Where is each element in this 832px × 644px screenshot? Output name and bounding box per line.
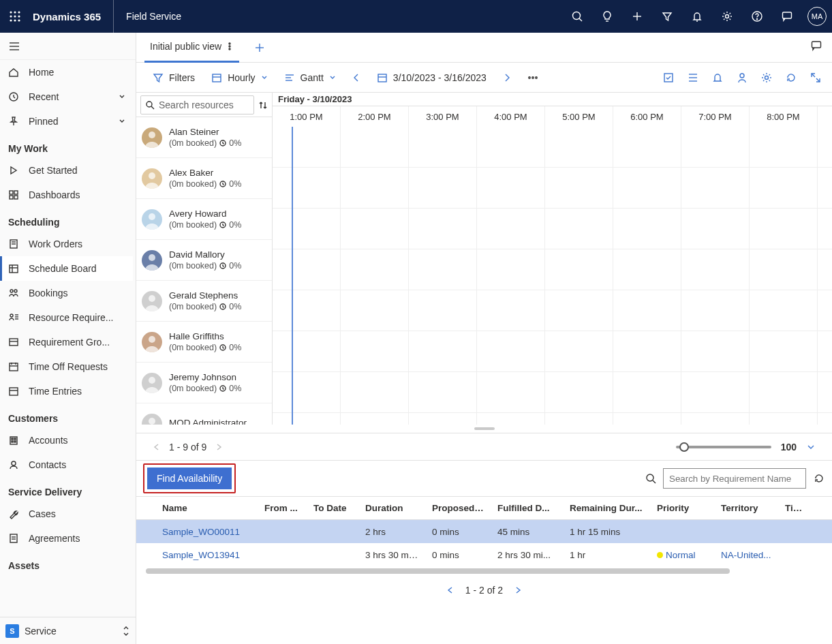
col-name[interactable]: Name xyxy=(155,503,258,513)
hour-col: 3:00 PM xyxy=(409,106,477,127)
hour-col: 5:00 PM xyxy=(545,106,613,127)
nav-accounts[interactable]: Accounts xyxy=(0,428,133,453)
search-icon[interactable] xyxy=(562,0,592,33)
svg-point-15 xyxy=(726,15,729,18)
toolbar-refresh-icon[interactable] xyxy=(784,71,798,85)
toolbar-gear-icon[interactable] xyxy=(760,71,773,85)
requirements-toolbar: Find Availability xyxy=(136,461,832,496)
zoom-slider[interactable] xyxy=(676,446,771,448)
nav-requirement-groups[interactable]: Requirement Gro... xyxy=(0,330,133,354)
resource-row[interactable]: Avery Howard (0m booked) 0% xyxy=(136,199,272,240)
bell-icon[interactable] xyxy=(682,0,712,33)
next-range-button[interactable] xyxy=(496,73,518,82)
resource-row[interactable]: Alan Steiner (0m booked) 0% xyxy=(136,117,272,158)
nav-get-started[interactable]: Get Started xyxy=(0,158,133,183)
requirement-search-input[interactable] xyxy=(663,468,806,489)
nav-bookings[interactable]: Bookings xyxy=(0,281,133,305)
help-icon[interactable] xyxy=(742,0,772,33)
toolbar-icon-2[interactable] xyxy=(686,71,700,85)
module-name[interactable]: Field Service xyxy=(114,11,194,22)
refresh-icon[interactable] xyxy=(813,472,825,485)
col-time[interactable]: Time... xyxy=(778,503,812,513)
col-proposed[interactable]: Proposed ... xyxy=(425,503,491,513)
table-row[interactable]: Sample_WO00011 2 hrs0 mins 45 mins1 hr 1… xyxy=(136,520,832,543)
resource-row[interactable]: Alex Baker (0m booked) 0% xyxy=(136,158,272,199)
chat-icon[interactable] xyxy=(772,0,802,33)
resource-row[interactable]: MOD Administrator xyxy=(136,403,272,425)
add-tab-button[interactable] xyxy=(250,38,269,57)
nav-schedule-board[interactable]: Schedule Board xyxy=(0,256,133,281)
toolbar-bell-icon[interactable] xyxy=(711,71,724,85)
interval-dropdown[interactable]: Hourly xyxy=(204,67,274,89)
app-launcher-button[interactable] xyxy=(0,0,30,33)
col-fulfilled[interactable]: Fulfilled D... xyxy=(491,503,563,513)
gantt-row[interactable] xyxy=(273,413,832,425)
nav-work-orders[interactable]: Work Orders xyxy=(0,232,133,256)
col-territory[interactable]: Territory xyxy=(714,503,778,513)
date-range-picker[interactable]: 3/10/2023 - 3/16/2023 xyxy=(370,67,493,89)
board-tab-active[interactable]: Initial public view xyxy=(144,33,239,63)
svg-point-5 xyxy=(18,15,20,17)
gantt-row[interactable] xyxy=(273,331,832,372)
resource-name: David Mallory xyxy=(169,249,241,261)
resource-search[interactable]: Search resources xyxy=(140,95,254,114)
pager-next-icon[interactable] xyxy=(514,586,522,594)
nav-dashboards[interactable]: Dashboards xyxy=(0,183,133,207)
col-duration[interactable]: Duration xyxy=(358,503,425,513)
gantt-row[interactable] xyxy=(273,290,832,331)
pager-prev-icon[interactable] xyxy=(446,586,454,594)
nav-time-entries[interactable]: Time Entries xyxy=(0,379,133,403)
sort-icon[interactable] xyxy=(258,100,268,110)
filter-icon[interactable] xyxy=(652,0,682,33)
resource-row[interactable]: Halle Griffiths (0m booked) 0% xyxy=(136,322,272,363)
gantt-row[interactable] xyxy=(273,209,832,249)
toolbar-person-icon[interactable] xyxy=(735,71,749,85)
col-to[interactable]: To Date xyxy=(307,503,358,513)
toolbar-expand-icon[interactable] xyxy=(809,71,822,85)
add-icon[interactable] xyxy=(622,0,652,33)
gear-icon[interactable] xyxy=(712,0,742,33)
gantt-row[interactable] xyxy=(273,127,832,168)
hour-col: 1:00 PM xyxy=(273,106,341,127)
requirement-link[interactable]: Sample_WO00011 xyxy=(162,527,240,537)
assistant-icon[interactable] xyxy=(810,40,822,52)
nav-time-off[interactable]: Time Off Requests xyxy=(0,354,133,379)
area-switcher[interactable]: S Service xyxy=(0,617,136,644)
h-scrollbar[interactable] xyxy=(136,566,832,576)
more-vertical-icon[interactable] xyxy=(226,42,234,51)
pager-prev-icon[interactable] xyxy=(153,443,161,451)
view-dropdown[interactable]: Gantt xyxy=(277,67,343,89)
find-availability-button[interactable]: Find Availability xyxy=(147,467,232,489)
gantt-grid[interactable] xyxy=(273,127,832,425)
pager-next-icon[interactable] xyxy=(215,443,223,451)
nav-contacts[interactable]: Contacts xyxy=(0,453,133,477)
nav-toggle[interactable] xyxy=(0,33,136,60)
requirement-link[interactable]: Sample_WO13941 xyxy=(162,550,240,560)
col-priority[interactable]: Priority xyxy=(650,503,714,513)
nav-recent[interactable]: Recent xyxy=(0,85,133,109)
hour-col: 6:00 PM xyxy=(613,106,681,127)
gantt-row[interactable] xyxy=(273,168,832,209)
resource-row[interactable]: Gerald Stephens (0m booked) 0% xyxy=(136,281,272,322)
user-avatar[interactable]: MA xyxy=(807,7,827,26)
resource-row[interactable]: David Mallory (0m booked) 0% xyxy=(136,240,272,281)
filters-button[interactable]: Filters xyxy=(146,67,202,89)
toolbar-icon-1[interactable] xyxy=(662,71,675,85)
nav-pinned[interactable]: Pinned xyxy=(0,109,133,134)
nav-cases[interactable]: Cases xyxy=(0,502,133,526)
col-remaining[interactable]: Remaining Dur... xyxy=(563,503,650,513)
resource-row[interactable]: Jeremy Johnson (0m booked) 0% xyxy=(136,363,272,403)
nav-agreements[interactable]: Agreements xyxy=(0,526,133,551)
nav-resource-requirements[interactable]: Resource Require... xyxy=(0,305,133,330)
gantt-row[interactable] xyxy=(273,249,832,290)
table-row[interactable]: Sample_WO13941 3 hrs 30 mi...0 mins 2 hr… xyxy=(136,543,832,566)
more-icon[interactable] xyxy=(521,67,545,89)
gantt-row[interactable] xyxy=(273,372,832,413)
collapse-icon[interactable] xyxy=(806,442,816,452)
splitter-handle[interactable] xyxy=(136,425,832,433)
product-brand[interactable]: Dynamics 365 xyxy=(30,0,114,33)
nav-home[interactable]: Home xyxy=(0,60,133,85)
prev-range-button[interactable] xyxy=(345,73,367,82)
lightbulb-icon[interactable] xyxy=(592,0,622,33)
col-from[interactable]: From ... xyxy=(258,503,307,513)
